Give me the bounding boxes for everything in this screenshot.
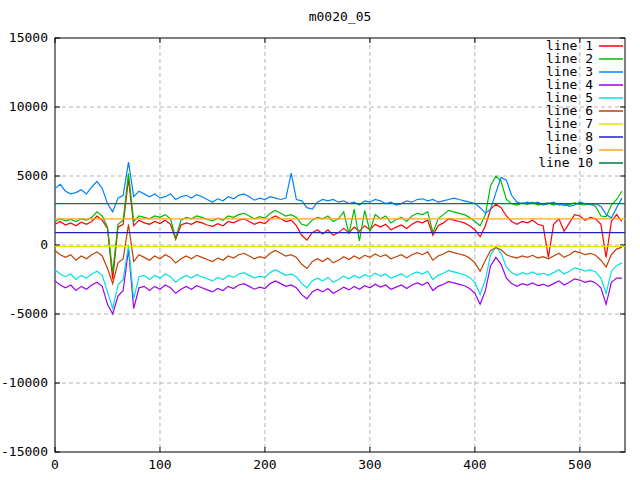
- gnuplot-chart-window: m0020_05 0100200300400500-15000-10000-50…: [0, 0, 640, 480]
- chart-canvas: m0020_05 0100200300400500-15000-10000-50…: [0, 0, 640, 480]
- y-tick-label: 5000: [17, 168, 48, 183]
- x-tick-label: 500: [568, 457, 591, 472]
- y-tick-label: 10000: [9, 99, 48, 114]
- x-tick-label: 300: [358, 457, 381, 472]
- y-tick-label: 15000: [9, 30, 48, 45]
- series-line-5: [55, 245, 622, 309]
- y-tick-label: -5000: [9, 306, 48, 321]
- series-line-4: [55, 249, 622, 314]
- y-tick-label: 0: [40, 237, 48, 252]
- x-tick-label: 0: [51, 457, 59, 472]
- x-tick-label: 400: [463, 457, 486, 472]
- x-tick-label: 200: [253, 457, 276, 472]
- series-line-1: [55, 179, 622, 280]
- y-tick-label: -15000: [1, 444, 48, 459]
- x-tick-label: 100: [148, 457, 171, 472]
- chart-title: m0020_05: [309, 9, 372, 24]
- y-tick-label: -10000: [1, 375, 48, 390]
- series-line-3: [55, 162, 622, 218]
- legend-label: line 10: [538, 155, 593, 170]
